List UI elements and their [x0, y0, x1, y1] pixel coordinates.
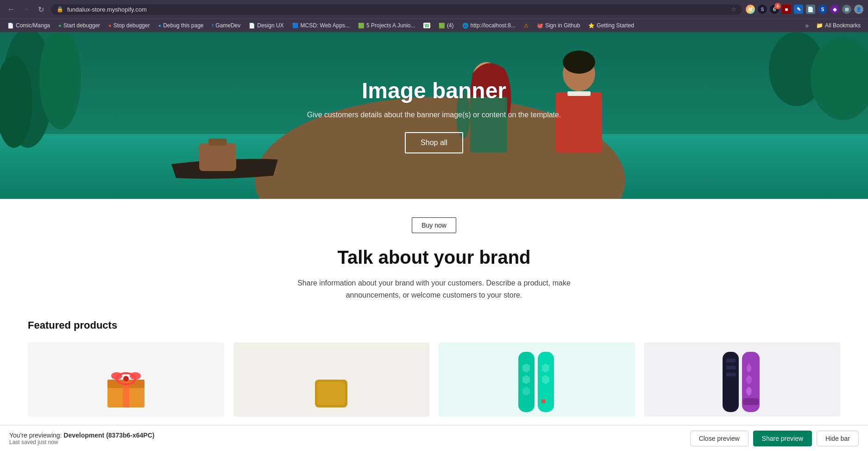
featured-products-section: Featured products [9, 319, 859, 417]
ext-icon-red[interactable]: ■ [782, 5, 791, 14]
bookmark-projects[interactable]: 🟩 5 Projects A Junio... [354, 21, 419, 30]
bookmark-icon-comic: 📄 [7, 23, 14, 29]
preview-env-name: Development (8373b6-x64PC) [63, 432, 154, 436]
brand-title: Talk about your brand [9, 247, 859, 268]
browser-toolbar: ← → ↻ 🔒 fundalux-store.myshopify.com ☆ M… [0, 0, 868, 19]
brand-subtitle: Share information about your brand with … [295, 277, 573, 301]
ext-icon-doc[interactable]: 📄 [806, 5, 815, 14]
nav-buttons: ← → ↻ [5, 3, 47, 16]
svg-point-21 [111, 372, 122, 380]
bookmark-label-design: Design UX [257, 22, 283, 29]
close-preview-button[interactable]: Close preview [690, 431, 748, 436]
all-bookmarks-link[interactable]: 📁 All Bookmarks [812, 21, 864, 30]
bookmark-comic-manga[interactable]: 📄 Comic/Manga [4, 21, 54, 30]
ext-icon-s2[interactable]: S [818, 5, 827, 14]
bookmark-4[interactable]: 🟩 (4) [435, 21, 458, 30]
product-card-1[interactable] [28, 343, 224, 417]
bookmark-label-started: Getting Started [597, 22, 634, 29]
bookmark-icon-stop: ● [108, 23, 112, 28]
bookmark-icon-localhost: 🌐 [462, 23, 469, 29]
bookmark-stop-debugger[interactable]: ● Stop debugger [105, 21, 153, 30]
bookmark-design-ux[interactable]: 📄 Design UX [245, 21, 287, 30]
bookmark-icon-start: ● [58, 23, 62, 28]
bookmark-label-mcsd: MCSD: Web Apps... [301, 22, 350, 29]
star-icon[interactable]: ☆ [731, 6, 736, 13]
secure-icon: 🔒 [57, 6, 63, 13]
svg-point-14 [563, 51, 595, 74]
ext-icon-diamond[interactable]: ◆ [830, 5, 839, 14]
previewing-label: You're previewing: [9, 432, 62, 436]
bookmark-localhost[interactable]: 🌐 http://localhost:8... [459, 21, 519, 30]
ext-icon-multicolor[interactable]: M [746, 5, 755, 14]
share-preview-button[interactable]: Share preview [753, 431, 812, 436]
hide-bar-button[interactable]: Hide bar [817, 431, 859, 436]
featured-products-title: Featured products [28, 319, 840, 331]
svg-rect-33 [541, 400, 545, 403]
ext-icon-edit[interactable]: ✎ [794, 5, 803, 14]
bookmark-icon-4: 🟩 [439, 23, 445, 29]
bookmark-debug-page[interactable]: ● Debug this page [154, 21, 207, 30]
bookmark-start-debugger[interactable]: ● Start debugger [55, 21, 104, 30]
product-gift-icon [105, 366, 147, 417]
ext-icon-badge[interactable]: 6 [770, 5, 779, 14]
preview-bar-info: You're previewing: Development (8373b6-x… [9, 432, 154, 436]
product-card-4[interactable] [644, 343, 841, 417]
bookmark-getting-started[interactable]: ⭐ Getting Started [585, 21, 638, 30]
refresh-button[interactable]: ↻ [34, 3, 47, 16]
bookmark-icon-gamedev: f [212, 23, 214, 28]
bookmark-label-github: Sign in Github [545, 22, 580, 29]
svg-rect-37 [726, 373, 736, 376]
bookmark-label-debug: Debug this page [163, 22, 203, 29]
browser-chrome: ← → ↻ 🔒 fundalux-store.myshopify.com ☆ M… [0, 0, 868, 32]
bookmark-w[interactable]: W [420, 21, 434, 30]
hero-banner: Image banner Give customers details abou… [0, 32, 868, 199]
bookmark-icon-design: 📄 [249, 23, 255, 29]
buy-now-button[interactable]: Buy now [412, 217, 456, 233]
page-content: Image banner Give customers details abou… [0, 32, 868, 435]
hero-title: Image banner [307, 78, 561, 103]
product-soap-icon [310, 370, 352, 417]
bookmarks-bar: 📄 Comic/Manga ● Start debugger ● Stop de… [0, 19, 868, 32]
bookmark-icon-w: W [423, 23, 430, 28]
product-card-3[interactable] [439, 343, 635, 417]
ext-icon-person[interactable]: 👤 [854, 5, 863, 14]
product-snowboard-teal-icon [514, 349, 560, 417]
preview-text: You're previewing: Development (8373b6-x… [9, 432, 154, 436]
main-content: Buy now Talk about your brand Share info… [0, 199, 868, 435]
svg-rect-15 [556, 92, 602, 152]
preview-bar: You're previewing: Development (8373b6-x… [0, 425, 868, 435]
bookmark-label-start: Start debugger [63, 22, 100, 29]
bookmark-icon-warning: ⚠ [524, 23, 528, 29]
bookmark-icon-github: 🐙 [537, 23, 543, 29]
product-card-2[interactable] [233, 343, 430, 417]
bookmark-mcsd[interactable]: 🟦 MCSD: Web Apps... [289, 21, 353, 30]
back-button[interactable]: ← [5, 3, 18, 16]
bookmark-gamedev[interactable]: f GameDev [208, 21, 245, 30]
bookmark-github[interactable]: 🐙 Sign in Github [533, 21, 584, 30]
hero-subtitle: Give customers details about the banner … [307, 111, 561, 119]
svg-point-3 [39, 32, 81, 129]
svg-rect-25 [317, 382, 345, 405]
svg-point-23 [123, 376, 129, 381]
ext-icon-puzzle[interactable]: ⊞ [842, 5, 851, 14]
url-display: fundalux-store.myshopify.com [67, 6, 728, 13]
bookmark-icon-debug: ● [158, 23, 161, 28]
bookmark-icon-projects: 🟩 [358, 23, 365, 29]
ext-icon-s1[interactable]: S [758, 5, 767, 14]
bookmark-label-stop: Stop debugger [113, 22, 150, 29]
bookmarks-overflow-button[interactable]: » [803, 20, 812, 31]
bookmark-warning[interactable]: ⚠ [520, 21, 532, 30]
address-bar[interactable]: 🔒 fundalux-store.myshopify.com ☆ [51, 4, 742, 15]
svg-point-22 [130, 372, 141, 380]
forward-button[interactable]: → [19, 3, 32, 16]
bookmark-icon-mcsd: 🟦 [292, 23, 299, 29]
shop-all-button[interactable]: Shop all [405, 132, 463, 153]
svg-rect-36 [726, 366, 736, 369]
bookmark-label-gamedev: GameDev [215, 22, 240, 29]
all-bookmarks-icon: 📁 [816, 22, 823, 29]
preview-bar-actions: Close preview Share preview Hide bar [690, 431, 859, 436]
product-snowboard-dark-icon [719, 349, 765, 417]
hero-content: Image banner Give customers details abou… [307, 78, 561, 153]
products-grid [28, 343, 840, 417]
browser-extension-icons: M S 6 ■ ✎ 📄 S ◆ ⊞ 👤 [746, 5, 863, 14]
